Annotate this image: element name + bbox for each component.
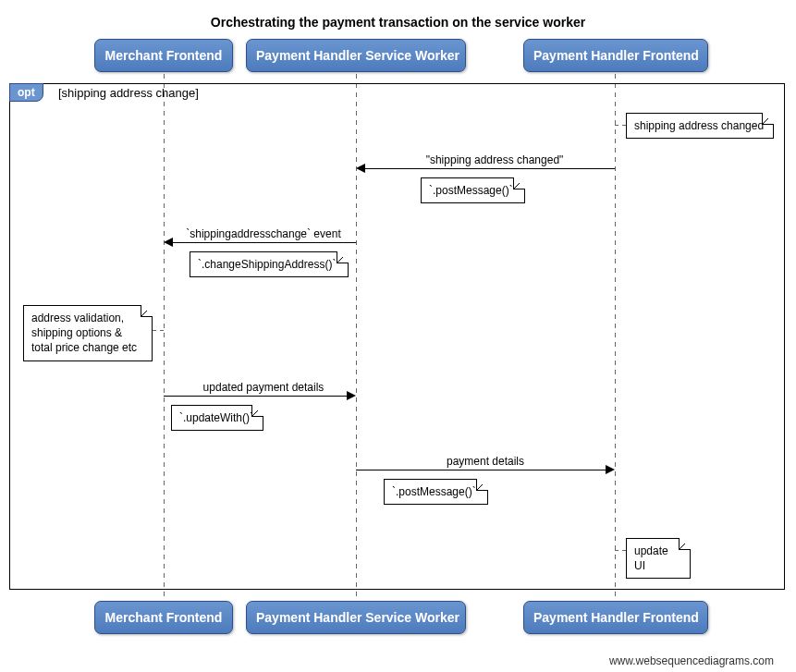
msg-line-1	[361, 168, 615, 169]
msg-arrow-3	[347, 391, 356, 400]
msg-label-shippingaddresschange-event: `shippingaddresschange` event	[180, 227, 347, 240]
connector-n1	[615, 125, 626, 126]
msg-line-3	[164, 396, 351, 397]
msg-label-payment-details: payment details	[439, 455, 532, 468]
participant-sw-top: Payment Handler Service Worker	[246, 39, 466, 72]
opt-guard: [shipping address change]	[58, 86, 199, 100]
msg-arrow-2	[164, 238, 173, 247]
msg-label-updated-payment-details: updated payment details	[194, 381, 333, 394]
msg-label-shipping-address-changed: "shipping address changed"	[379, 153, 610, 166]
connector-n7	[615, 550, 626, 551]
opt-tag: opt	[9, 83, 43, 102]
participant-merchant-bottom: Merchant Frontend	[94, 601, 233, 634]
participant-merchant-top: Merchant Frontend	[94, 39, 233, 72]
msg-line-2	[168, 242, 356, 243]
msg-arrow-1	[356, 164, 365, 173]
sequence-diagram: Merchant Frontend Payment Handler Servic…	[9, 39, 787, 649]
note-address-validation: address validation, shipping options & t…	[23, 305, 153, 361]
note-changeshippingaddress: `.changeShippingAddress()`	[190, 251, 349, 277]
participant-frontend-bottom: Payment Handler Frontend	[523, 601, 708, 634]
note-shipping-address-changed: shipping address changed	[626, 113, 774, 139]
note-updatewith: `.updateWith()`	[171, 405, 263, 431]
connector-n4	[153, 330, 164, 331]
note-postmessage-1: `.postMessage()`	[421, 177, 525, 203]
note-postmessage-2: `.postMessage()`	[384, 479, 488, 505]
note-update-ui: update UI	[626, 538, 691, 579]
participant-sw-bottom: Payment Handler Service Worker	[246, 601, 466, 634]
msg-line-4	[356, 470, 610, 470]
watermark: www.websequencediagrams.com	[9, 654, 787, 667]
diagram-title: Orchestrating the payment transaction on…	[9, 15, 787, 30]
participant-frontend-top: Payment Handler Frontend	[523, 39, 708, 72]
msg-arrow-4	[606, 465, 615, 474]
